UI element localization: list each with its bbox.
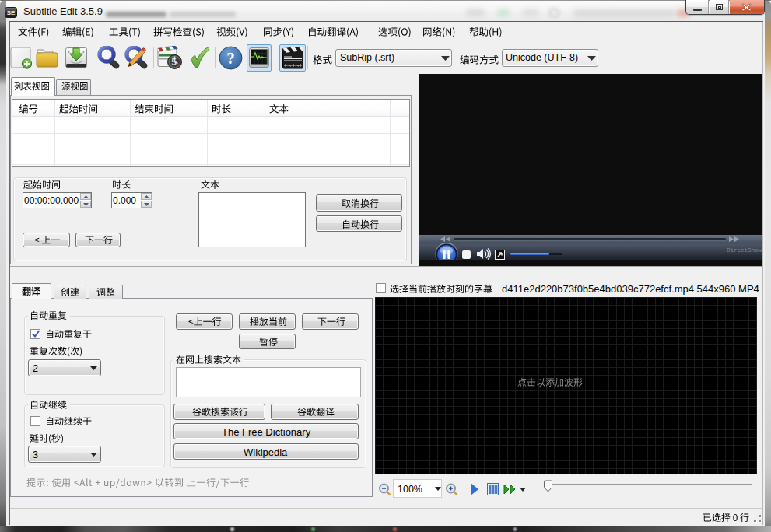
svg-text:?: ? — [226, 49, 235, 68]
